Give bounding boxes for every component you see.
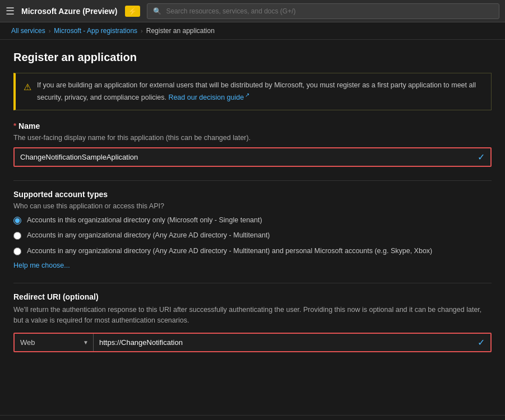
warning-link[interactable]: Read our decision guide↗	[168, 94, 249, 101]
redirect-url-wrapper: ✓	[94, 334, 490, 351]
radio-multitenant-label: Accounts in any organizational directory…	[27, 231, 270, 241]
redirect-url-input[interactable]	[94, 334, 490, 351]
name-label: * Name	[13, 122, 492, 130]
help-me-choose-link[interactable]: Help me choose...	[13, 262, 70, 269]
warning-icon: ⚠	[24, 81, 31, 94]
radio-single-tenant[interactable]: Accounts in this organizational director…	[13, 216, 492, 226]
breadcrumb: All services › Microsoft - App registrat…	[0, 22, 505, 40]
search-input[interactable]	[166, 7, 493, 15]
topbar: ☰ Microsoft Azure (Preview) ⚡ 🔍	[0, 0, 505, 22]
name-input[interactable]	[15, 148, 490, 166]
divider-2	[13, 283, 492, 283]
footer-bar: By proceeding, you agree to the Microsof…	[0, 415, 505, 420]
breadcrumb-app-registrations[interactable]: Microsoft - App registrations	[54, 27, 137, 35]
redirect-uri-section: Redirect URI (optional) We'll return the…	[13, 292, 492, 352]
redirect-checkmark-icon: ✓	[478, 337, 485, 348]
breadcrumb-current: Register an application	[146, 27, 215, 35]
name-section: * Name The user-facing display name for …	[13, 122, 492, 167]
radio-multitenant-input[interactable]	[13, 232, 21, 240]
account-types-desc: Who can use this application or access t…	[13, 202, 492, 210]
radio-group: Accounts in this organizational director…	[13, 216, 492, 256]
warning-text: If you are building an application for e…	[37, 80, 483, 103]
name-description: The user-facing display name for this ap…	[13, 134, 492, 142]
account-types-label: Supported account types	[13, 190, 492, 199]
redirect-uri-label: Redirect URI (optional)	[13, 292, 492, 301]
radio-multitenant-personal-label: Accounts in any organizational directory…	[27, 246, 432, 256]
divider-1	[13, 180, 492, 181]
breadcrumb-sep-2: ›	[141, 27, 143, 34]
breadcrumb-all-services[interactable]: All services	[11, 27, 45, 35]
page-title: Register an application	[13, 51, 492, 64]
name-checkmark-icon: ✓	[478, 152, 485, 162]
app-title: Microsoft Azure (Preview)	[21, 7, 117, 16]
warning-banner: ⚠ If you are building an application for…	[13, 73, 492, 110]
main-content: Register an application ⚠ If you are bui…	[0, 40, 505, 415]
name-input-wrapper: ✓	[13, 147, 492, 167]
search-icon: 🔍	[153, 7, 161, 15]
radio-multitenant-personal-input[interactable]	[13, 248, 21, 255]
redirect-uri-inputs: Web Public client/native (mobile & deskt…	[13, 333, 492, 352]
radio-multitenant-personal[interactable]: Accounts in any organizational directory…	[13, 246, 492, 256]
radio-single-tenant-label: Accounts in this organizational director…	[27, 216, 262, 226]
redirect-type-wrapper: Web Public client/native (mobile & deskt…	[15, 334, 94, 351]
redirect-uri-desc: We'll return the authentication response…	[13, 305, 492, 326]
account-types-section: Supported account types Who can use this…	[13, 190, 492, 270]
required-star: *	[13, 122, 16, 130]
search-bar[interactable]: 🔍	[147, 3, 499, 19]
hamburger-icon[interactable]: ☰	[6, 5, 15, 17]
breadcrumb-sep-1: ›	[49, 27, 51, 34]
redirect-type-select[interactable]: Web Public client/native (mobile & deskt…	[15, 334, 93, 351]
radio-multitenant[interactable]: Accounts in any organizational directory…	[13, 231, 492, 241]
lightning-icon: ⚡	[125, 6, 140, 17]
radio-single-tenant-input[interactable]	[13, 217, 21, 225]
